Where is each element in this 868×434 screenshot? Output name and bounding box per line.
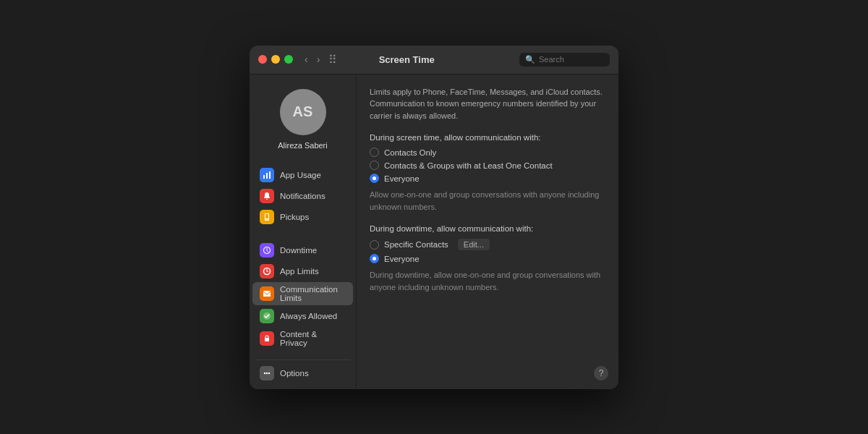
content-panel: Limits apply to Phone, FaceTime, Message… xyxy=(357,75,618,389)
sidebar-divider-2 xyxy=(255,359,350,360)
screen-time-description: Allow one-on-one and group conversations… xyxy=(370,189,605,213)
svg-point-9 xyxy=(264,372,265,373)
sidebar: AS Alireza Saberi App Usage Notification… xyxy=(250,75,357,389)
downtime-radio-group: Specific Contacts Edit... Everyone xyxy=(370,239,605,263)
sidebar-label-notifications: Notifications xyxy=(280,192,326,200)
radio-everyone[interactable]: Everyone xyxy=(370,174,605,183)
radio-label-everyone-downtime: Everyone xyxy=(384,255,420,263)
communication-limits-icon xyxy=(260,286,274,301)
sidebar-label-content-privacy: Content & Privacy xyxy=(280,330,346,347)
user-name: Alireza Saberi xyxy=(278,141,327,150)
sidebar-bottom: Options xyxy=(250,354,356,387)
titlebar: ‹ › ⠿ Screen Time 🔍 xyxy=(250,46,618,75)
screen-time-section: During screen time, allow communication … xyxy=(370,133,605,213)
radio-label-specific-contacts: Specific Contacts xyxy=(384,240,448,249)
radio-contacts-groups[interactable]: Contacts & Groups with at Least One Cont… xyxy=(370,161,605,170)
search-input[interactable] xyxy=(539,55,604,64)
sidebar-label-app-limits: App Limits xyxy=(280,267,319,276)
sidebar-item-always-allowed[interactable]: Always Allowed xyxy=(252,306,353,326)
content-wrapper: Limits apply to Phone, FaceTime, Message… xyxy=(357,75,618,389)
help-button[interactable]: ? xyxy=(594,366,608,380)
sidebar-item-pickups[interactable]: Pickups xyxy=(252,207,353,227)
traffic-lights xyxy=(258,55,293,64)
window-title: Screen Time xyxy=(294,54,519,65)
svg-point-10 xyxy=(266,372,268,373)
svg-rect-2 xyxy=(269,171,271,179)
avatar: AS xyxy=(280,89,326,135)
sidebar-item-options[interactable]: Options xyxy=(252,363,353,383)
edit-button[interactable]: Edit... xyxy=(458,239,490,250)
sidebar-label-pickups: Pickups xyxy=(280,213,309,221)
sidebar-top-section: App Usage Notifications Pickups xyxy=(250,161,356,231)
main-content: AS Alireza Saberi App Usage Notification… xyxy=(250,75,618,389)
app-limits-icon xyxy=(260,264,274,278)
content-privacy-icon xyxy=(260,331,274,346)
sidebar-label-communication-limits: Communication Limits xyxy=(280,285,346,302)
radio-circle-contacts-groups[interactable] xyxy=(370,161,379,170)
radio-label-contacts-groups: Contacts & Groups with at Least One Cont… xyxy=(384,161,553,170)
sidebar-label-app-usage: App Usage xyxy=(280,171,321,179)
screen-time-radio-group: Contacts Only Contacts & Groups with at … xyxy=(370,148,605,183)
app-usage-icon xyxy=(260,168,274,182)
profile-section: AS Alireza Saberi xyxy=(250,83,356,161)
radio-circle-everyone-downtime[interactable] xyxy=(370,254,379,263)
options-icon xyxy=(260,366,274,380)
sidebar-item-content-privacy[interactable]: Content & Privacy xyxy=(252,327,353,350)
radio-label-contacts-only: Contacts Only xyxy=(384,148,436,157)
radio-circle-specific-contacts[interactable] xyxy=(370,240,379,250)
always-allowed-icon xyxy=(260,309,274,323)
radio-circle-contacts-only[interactable] xyxy=(370,148,379,157)
notifications-icon xyxy=(260,189,274,203)
svg-rect-8 xyxy=(265,338,269,341)
sidebar-item-app-usage[interactable]: App Usage xyxy=(252,165,353,185)
screen-time-label: During screen time, allow communication … xyxy=(370,133,605,142)
info-text: Limits apply to Phone, FaceTime, Message… xyxy=(370,86,605,122)
downtime-label: During downtime, allow communication wit… xyxy=(370,224,605,233)
radio-contacts-only[interactable]: Contacts Only xyxy=(370,148,605,157)
downtime-description: During downtime, allow one-on-one and gr… xyxy=(370,269,605,293)
sidebar-bottom-section: Downtime App Limits Communication Limits xyxy=(250,237,356,354)
sidebar-label-downtime: Downtime xyxy=(280,246,317,255)
sidebar-item-communication-limits[interactable]: Communication Limits xyxy=(252,282,353,305)
svg-rect-0 xyxy=(263,175,265,179)
svg-point-11 xyxy=(268,372,270,373)
sidebar-label-always-allowed: Always Allowed xyxy=(280,312,337,320)
maximize-button[interactable] xyxy=(284,55,293,64)
downtime-section: During downtime, allow communication wit… xyxy=(370,224,605,293)
search-bar: 🔍 xyxy=(519,53,610,67)
pickups-icon xyxy=(260,210,274,224)
radio-circle-everyone[interactable] xyxy=(370,174,379,183)
svg-point-5 xyxy=(266,218,268,220)
radio-specific-contacts[interactable]: Specific Contacts Edit... xyxy=(370,239,605,250)
sidebar-item-downtime[interactable]: Downtime xyxy=(252,240,353,260)
radio-everyone-downtime[interactable]: Everyone xyxy=(370,254,605,263)
sidebar-label-options: Options xyxy=(280,369,309,378)
search-icon: 🔍 xyxy=(525,55,535,64)
downtime-icon xyxy=(260,243,274,258)
svg-rect-1 xyxy=(266,173,268,179)
sidebar-item-notifications[interactable]: Notifications xyxy=(252,186,353,206)
radio-label-everyone: Everyone xyxy=(384,174,420,183)
sidebar-item-app-limits[interactable]: App Limits xyxy=(252,261,353,281)
svg-rect-4 xyxy=(265,214,268,218)
minimize-button[interactable] xyxy=(271,55,280,64)
close-button[interactable] xyxy=(258,55,267,64)
